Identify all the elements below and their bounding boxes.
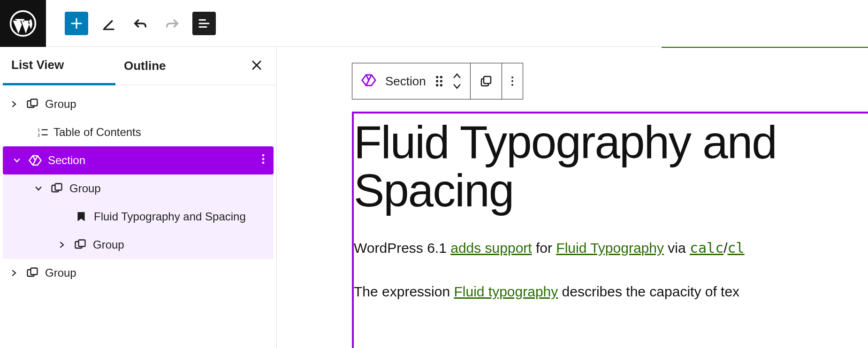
block-toolbar: Section (352, 63, 523, 99)
tools-button[interactable] (97, 12, 120, 35)
block-copy-segment[interactable] (471, 63, 502, 99)
link-adds-support[interactable]: adds support (450, 240, 532, 256)
group-icon (23, 98, 42, 111)
group-icon (70, 238, 90, 251)
move-up-down[interactable] (452, 72, 462, 90)
drag-icon (434, 75, 444, 87)
tree-row-options[interactable] (261, 153, 265, 167)
text: for (532, 240, 556, 256)
svg-point-19 (440, 84, 442, 86)
link-fluid-typography[interactable]: Fluid Typography (556, 240, 664, 256)
tree-label: Group (42, 98, 76, 111)
svg-text:1: 1 (38, 127, 40, 132)
block-type-label: Section (385, 74, 426, 89)
text: The expression (354, 284, 454, 299)
text: describes the capacity of tex (558, 284, 739, 299)
more-vertical-icon (261, 153, 265, 165)
paragraph-2[interactable]: The expression Fluid typography describe… (354, 281, 868, 302)
svg-rect-9 (55, 184, 62, 190)
code-clamp[interactable]: cl (728, 240, 745, 256)
tree-label: Table of Contents (51, 126, 141, 139)
tab-outline[interactable]: Outline (115, 47, 175, 85)
svg-point-5 (262, 154, 264, 156)
svg-point-6 (262, 158, 264, 160)
post-heading[interactable]: Fluid Typography and Spacing Fluid Typog… (354, 118, 868, 215)
svg-text:2: 2 (38, 132, 40, 137)
tree-row-group[interactable]: Group (0, 259, 276, 287)
text: via (664, 240, 690, 256)
document-overview-panel: List View Outline Group 12 Table of Cont… (0, 47, 277, 348)
svg-rect-21 (484, 76, 491, 83)
redo-button[interactable] (160, 12, 184, 35)
add-block-button[interactable] (65, 12, 88, 35)
block-type-segment[interactable]: Section (352, 63, 471, 99)
editor-canvas[interactable]: Section Fluid Typography and Spacing Flu… (277, 47, 868, 348)
editor-topbar (0, 0, 868, 47)
close-icon (250, 59, 263, 72)
svg-point-23 (511, 80, 513, 82)
copy-icon (479, 74, 493, 88)
group-icon (47, 182, 67, 195)
pencil-icon (101, 16, 115, 30)
tree-label: Group (42, 266, 76, 280)
svg-point-17 (440, 80, 442, 82)
section-icon (361, 72, 377, 90)
svg-rect-13 (31, 268, 38, 275)
undo-icon (132, 15, 148, 31)
bookmark-icon (71, 211, 91, 223)
section-icon (25, 153, 45, 167)
block-options-segment[interactable] (502, 63, 523, 99)
text: / (723, 240, 727, 256)
toolbar-buttons (46, 12, 216, 35)
document-overview-button[interactable] (192, 12, 216, 35)
drag-handle[interactable] (434, 75, 444, 87)
chevron-down-icon[interactable] (8, 156, 25, 165)
editor-main: List View Outline Group 12 Table of Cont… (0, 47, 868, 348)
wordpress-icon (9, 9, 37, 38)
chevron-down-icon[interactable] (30, 184, 47, 193)
previous-link-underline (662, 47, 868, 48)
undo-button[interactable] (129, 12, 152, 35)
chevron-right-icon[interactable] (53, 241, 70, 249)
panel-tabs: List View Outline (0, 47, 276, 85)
more-vertical-icon (510, 75, 514, 88)
tree-row-section[interactable]: Section (3, 146, 274, 174)
redo-icon (164, 15, 180, 31)
tree-label: Fluid Typography and Spacing (91, 210, 246, 223)
toc-icon: 12 (37, 126, 51, 138)
svg-point-22 (511, 76, 513, 78)
tree-row-toc[interactable]: 12 Table of Contents (0, 118, 276, 146)
svg-point-15 (440, 76, 442, 78)
code-calc[interactable]: calc (690, 240, 723, 256)
group-icon (23, 266, 42, 280)
chevron-right-icon[interactable] (6, 269, 23, 277)
svg-point-14 (436, 76, 438, 78)
svg-point-24 (511, 84, 513, 86)
svg-rect-2 (31, 99, 38, 106)
tree-row-group[interactable]: Group (3, 231, 274, 259)
close-panel-button[interactable] (250, 59, 263, 74)
paragraph-1[interactable]: WordPress 6.1 adds support for Fluid Typ… (354, 237, 868, 258)
svg-rect-11 (79, 240, 85, 247)
plus-icon (69, 16, 84, 30)
tree-row-group[interactable]: Group (0, 90, 276, 118)
svg-point-18 (436, 84, 438, 86)
wordpress-logo-button[interactable] (0, 0, 46, 47)
tree-label: Group (90, 238, 124, 251)
tree-row-group[interactable]: Group (3, 174, 274, 203)
tab-list-view[interactable]: List View (3, 47, 115, 85)
tree-label: Section (45, 154, 85, 167)
list-view-icon (197, 16, 211, 30)
svg-point-16 (436, 80, 438, 82)
chevron-right-icon[interactable] (6, 100, 23, 108)
svg-point-7 (262, 162, 264, 164)
move-icon (452, 72, 462, 90)
block-tree: Group 12 Table of Contents Section Group (0, 85, 276, 287)
tree-label: Group (67, 182, 101, 195)
link-fluid-typography-2[interactable]: Fluid typography (454, 284, 558, 299)
selected-section[interactable]: Fluid Typography and Spacing Fluid Typog… (352, 112, 868, 348)
text: WordPress 6.1 (354, 240, 450, 256)
tree-row-heading[interactable]: Fluid Typography and Spacing (3, 203, 274, 231)
